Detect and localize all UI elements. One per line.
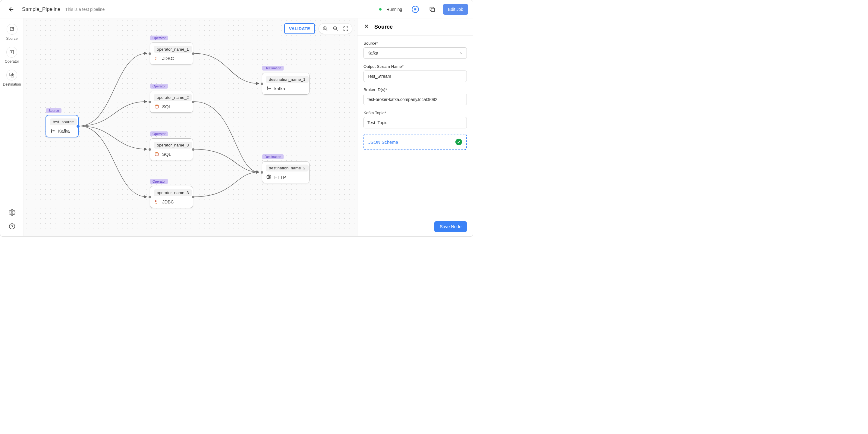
node-badge: Operator (150, 84, 168, 89)
zoom-in-button[interactable] (322, 25, 329, 32)
fullscreen-icon (343, 26, 348, 31)
node-input-handle[interactable] (149, 53, 151, 55)
broker-ids-label: Broker ID(s)* (364, 87, 467, 92)
stop-button[interactable] (409, 3, 421, 16)
node-name: operator_name_1 (154, 46, 192, 53)
node-name: operator_name_3 (154, 189, 192, 196)
kafka-icon (266, 85, 272, 91)
node-name: destination_name_1 (266, 76, 309, 83)
node-tech: Kafka (58, 128, 70, 133)
copy-button[interactable] (426, 3, 438, 16)
status-text: Running (386, 7, 402, 12)
source-label: Source* (364, 41, 467, 45)
back-button[interactable] (5, 3, 17, 16)
node-operator-1[interactable]: Operator operator_name_1 JDBC (150, 42, 193, 64)
svg-point-29 (267, 89, 268, 90)
edit-job-button[interactable]: Edit Job (443, 4, 468, 15)
node-input-handle[interactable] (261, 171, 263, 174)
node-source[interactable]: Source test_source Kafka (45, 115, 79, 137)
node-tech: SQL (162, 152, 171, 157)
check-badge (456, 138, 462, 145)
close-panel-button[interactable] (364, 23, 370, 30)
svg-line-13 (326, 29, 327, 31)
source-select[interactable]: Kafka (364, 47, 467, 59)
broker-ids-input[interactable] (364, 94, 467, 105)
node-badge: Operator (150, 179, 168, 184)
arrow-left-icon (8, 6, 14, 13)
node-badge: Operator (150, 36, 168, 40)
settings-button[interactable] (7, 207, 17, 218)
copy-icon (429, 6, 435, 13)
close-icon (364, 23, 370, 29)
kafka-topic-input[interactable] (364, 117, 467, 128)
validate-button[interactable]: VALIDATE (284, 23, 315, 34)
jdbc-icon (154, 55, 160, 61)
sidebar-item-label: Operator (5, 59, 19, 64)
kafka-icon (50, 128, 56, 134)
node-input-handle[interactable] (149, 148, 151, 151)
help-button[interactable] (7, 221, 17, 231)
node-badge: Destination (262, 66, 284, 70)
node-operator-3[interactable]: Operator operator_name_3 SQL (150, 138, 193, 160)
source-icon (7, 24, 18, 35)
svg-point-31 (267, 88, 268, 89)
svg-point-9 (11, 212, 13, 213)
svg-point-27 (155, 152, 158, 153)
pipeline-canvas[interactable]: VALIDATE (24, 19, 357, 236)
node-name: destination_name_2 (266, 164, 309, 172)
svg-rect-3 (431, 8, 435, 11)
help-icon (9, 223, 16, 230)
svg-point-30 (270, 88, 271, 89)
json-schema-label: JSON Schema (368, 140, 398, 145)
svg-point-19 (51, 129, 52, 130)
sql-icon (154, 151, 160, 157)
check-icon (457, 140, 461, 144)
node-tech: JDBC (162, 56, 174, 61)
sidebar-item-label: Source (6, 36, 18, 41)
kafka-topic-label: Kafka Topic* (364, 111, 467, 115)
save-node-button[interactable]: Save Node (434, 221, 467, 232)
panel-title: Source (374, 24, 393, 30)
svg-point-22 (51, 130, 52, 131)
node-destination-2[interactable]: Destination destination_name_2 HTTP (262, 161, 310, 183)
json-schema-box[interactable]: JSON Schema (364, 134, 467, 150)
node-input-handle[interactable] (261, 83, 263, 85)
node-badge: Source (46, 108, 61, 113)
zoom-out-icon (333, 26, 338, 31)
sidebar-item-label: Destination (3, 82, 21, 87)
node-output-handle[interactable] (192, 53, 194, 55)
fullscreen-button[interactable] (342, 25, 349, 32)
node-output-handle[interactable] (192, 196, 194, 198)
node-operator-4[interactable]: Operator operator_name_3 JDBC (150, 186, 193, 208)
node-name: test_source (50, 119, 77, 125)
node-operator-2[interactable]: Operator operator_name_2 SQL (150, 91, 193, 113)
operator-icon (6, 47, 17, 58)
destination-icon (6, 70, 17, 81)
status-indicator-dot (379, 8, 381, 10)
stop-icon (411, 5, 419, 13)
node-output-handle[interactable] (192, 101, 194, 103)
svg-point-28 (267, 87, 268, 88)
node-output-handle[interactable] (192, 148, 194, 151)
zoom-in-icon (322, 26, 328, 31)
svg-point-26 (155, 104, 158, 106)
node-tech: SQL (162, 104, 171, 109)
node-input-handle[interactable] (149, 196, 151, 198)
node-badge: Destination (262, 154, 284, 159)
sidebar-item-destination[interactable]: Destination (3, 70, 21, 87)
node-name: operator_name_2 (154, 94, 192, 101)
sql-icon (154, 103, 160, 110)
svg-line-17 (336, 29, 338, 31)
stream-name-input[interactable] (364, 70, 467, 82)
node-input-handle[interactable] (149, 101, 151, 103)
sidebar-item-operator[interactable]: Operator (5, 47, 19, 64)
svg-rect-2 (414, 8, 416, 10)
node-destination-1[interactable]: Destination destination_name_1 kafka (262, 73, 310, 95)
page-subtitle: This is a test pipeline (65, 7, 105, 12)
node-badge: Operator (150, 131, 168, 136)
node-output-handle[interactable] (76, 125, 80, 128)
jdbc-icon (154, 198, 160, 205)
sidebar-item-source[interactable]: Source (6, 24, 18, 41)
zoom-out-button[interactable] (332, 25, 339, 32)
zoom-controls (318, 23, 352, 34)
